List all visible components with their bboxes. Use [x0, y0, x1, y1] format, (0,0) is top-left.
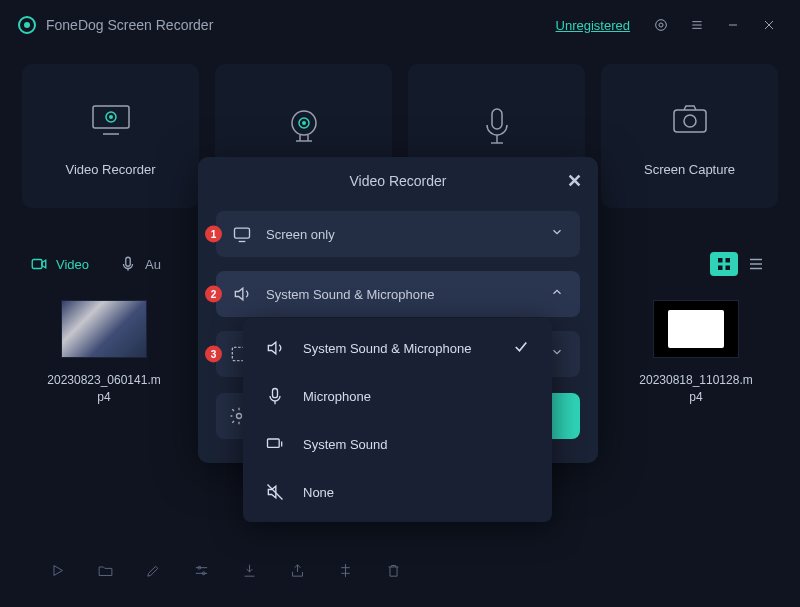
list-item[interactable]: 20230823_060141.mp4 — [44, 300, 164, 406]
list-view-icon[interactable] — [742, 252, 770, 276]
check-icon — [512, 338, 530, 359]
dropdown-option-label: System Sound & Microphone — [303, 341, 471, 356]
chevron-up-icon — [550, 285, 564, 303]
sliders-icon[interactable] — [192, 561, 210, 579]
step-badge-2: 2 — [205, 286, 222, 303]
svg-rect-40 — [268, 439, 280, 447]
svg-rect-26 — [726, 266, 731, 271]
screen-capture-card[interactable]: Screen Capture — [601, 64, 778, 208]
svg-rect-38 — [273, 389, 278, 398]
chevron-down-icon — [550, 345, 564, 363]
grid-view-icon[interactable] — [710, 252, 738, 276]
svg-rect-21 — [126, 257, 131, 266]
tab-video-label: Video — [56, 257, 89, 272]
titlebar: FoneDog Screen Recorder Unregistered — [0, 0, 800, 50]
step-badge-3: 3 — [205, 346, 222, 363]
app-title: FoneDog Screen Recorder — [46, 17, 213, 33]
tab-audio-label: Au — [145, 257, 161, 272]
app-logo-icon — [18, 16, 36, 34]
speaker-icon — [232, 284, 252, 304]
dropdown-option-label: None — [303, 485, 334, 500]
play-icon[interactable] — [48, 561, 66, 579]
dropdown-option-none[interactable]: None — [243, 468, 552, 516]
hamburger-menu-icon[interactable] — [684, 12, 710, 38]
system-sound-icon — [265, 434, 285, 454]
tab-video[interactable]: Video — [30, 255, 89, 273]
share-icon[interactable] — [288, 561, 306, 579]
svg-rect-24 — [726, 258, 731, 263]
edit-icon[interactable] — [144, 561, 162, 579]
screen-capture-label: Screen Capture — [644, 162, 735, 177]
svg-point-1 — [659, 23, 663, 27]
compress-icon[interactable] — [336, 561, 354, 579]
bottom-toolbar — [0, 561, 800, 579]
svg-point-0 — [656, 20, 667, 31]
trash-icon[interactable] — [384, 561, 402, 579]
screen-select-value: Screen only — [266, 227, 536, 242]
filename-label: 20230818_110128.mp4 — [636, 372, 756, 406]
thumbnail — [61, 300, 147, 358]
view-toggle — [710, 252, 770, 276]
dropdown-option-system-sound[interactable]: System Sound — [243, 420, 552, 468]
mute-icon — [265, 482, 285, 502]
dropdown-option-label: Microphone — [303, 389, 371, 404]
tab-audio[interactable]: Au — [119, 255, 161, 273]
camera-icon — [666, 96, 714, 144]
microphone-icon — [265, 386, 285, 406]
microphone-icon — [473, 103, 521, 151]
svg-rect-34 — [235, 228, 250, 238]
svg-rect-18 — [674, 110, 706, 132]
svg-rect-25 — [718, 266, 723, 271]
audio-select[interactable]: System Sound & Microphone — [216, 271, 580, 317]
dropdown-option-label: System Sound — [303, 437, 388, 452]
dropdown-option-sys-mic[interactable]: System Sound & Microphone — [243, 324, 552, 372]
webcam-icon — [280, 103, 328, 151]
download-icon[interactable] — [240, 561, 258, 579]
list-item[interactable]: 20230818_110128.mp4 — [636, 300, 756, 406]
thumbnail — [653, 300, 739, 358]
modal-close-icon[interactable]: ✕ — [564, 171, 584, 191]
monitor-icon — [87, 96, 135, 144]
modal-title: Video Recorder — [349, 173, 446, 189]
filename-label: 20230823_060141.mp4 — [44, 372, 164, 406]
svg-rect-23 — [718, 258, 723, 263]
svg-point-37 — [237, 414, 242, 419]
speaker-icon — [265, 338, 285, 358]
screen-select[interactable]: Screen only — [216, 211, 580, 257]
folder-icon[interactable] — [96, 561, 114, 579]
monitor-icon — [232, 224, 252, 244]
audio-dropdown: System Sound & Microphone Microphone Sys… — [243, 318, 552, 522]
svg-rect-15 — [492, 109, 502, 129]
close-icon[interactable] — [756, 12, 782, 38]
svg-point-11 — [109, 115, 113, 119]
svg-rect-20 — [32, 260, 42, 269]
svg-point-19 — [684, 115, 696, 127]
video-recorder-card[interactable]: Video Recorder — [22, 64, 199, 208]
audio-select-value: System Sound & Microphone — [266, 287, 536, 302]
settings-gear-icon[interactable] — [648, 12, 674, 38]
svg-point-14 — [302, 121, 306, 125]
video-recorder-label: Video Recorder — [65, 162, 155, 177]
step-badge-1: 1 — [205, 226, 222, 243]
dropdown-option-microphone[interactable]: Microphone — [243, 372, 552, 420]
minimize-icon[interactable] — [720, 12, 746, 38]
unregistered-link[interactable]: Unregistered — [556, 18, 630, 33]
chevron-down-icon — [550, 225, 564, 243]
